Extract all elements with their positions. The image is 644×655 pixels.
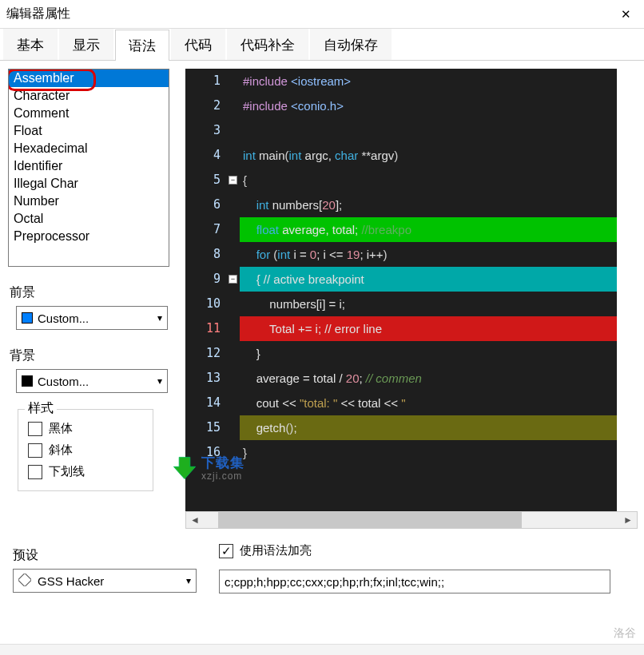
tabs-bar: 基本 显示 语法 代码 代码补全 自动保存	[0, 29, 644, 61]
list-item[interactable]: Preprocessor	[9, 228, 169, 245]
scroll-track[interactable]	[204, 512, 619, 528]
list-item[interactable]: Octal	[9, 210, 169, 228]
tab-basic[interactable]: 基本	[3, 29, 58, 60]
watermark-text: 洛谷	[614, 626, 636, 641]
chevron-down-icon: ▾	[157, 312, 162, 324]
color-swatch	[22, 375, 33, 387]
list-item[interactable]: Assembler	[9, 69, 169, 87]
bold-checkbox-row[interactable]: 黑体	[28, 418, 143, 439]
italic-checkbox-row[interactable]: 斜体	[28, 439, 143, 461]
preset-label: 预设	[13, 547, 208, 564]
bold-label: 黑体	[49, 421, 73, 436]
foreground-label: 前景	[10, 284, 176, 301]
tab-display[interactable]: 显示	[59, 29, 113, 60]
chevron-down-icon: ▾	[157, 375, 162, 387]
preset-value: GSS Hacker	[38, 574, 180, 588]
checkbox-icon[interactable]	[28, 465, 42, 479]
syntax-highlight-label: 使用语法加亮	[240, 543, 312, 558]
foreground-value: Custom...	[38, 312, 157, 325]
checkbox-icon[interactable]	[28, 422, 42, 436]
list-item[interactable]: Float	[9, 122, 169, 140]
background-value: Custom...	[38, 375, 157, 388]
footer-bar	[0, 644, 644, 655]
tab-completion[interactable]: 代码补全	[227, 29, 308, 60]
watermark-logo: 下载集 xzji.com	[171, 454, 244, 482]
checkbox-icon[interactable]	[219, 544, 233, 558]
foreground-combo[interactable]: Custom... ▾	[16, 306, 168, 330]
list-item[interactable]: Comment	[9, 105, 169, 122]
close-icon: ✕	[621, 7, 631, 22]
list-item[interactable]: Hexadecimal	[9, 140, 169, 157]
syntax-highlight-checkbox-row[interactable]: 使用语法加亮	[219, 543, 634, 558]
syntax-listbox[interactable]: Assembler Character Comment Float Hexade…	[8, 69, 169, 267]
underline-label: 下划线	[49, 464, 85, 479]
style-group-title: 样式	[25, 400, 57, 417]
background-combo[interactable]: Custom... ▾	[16, 369, 168, 393]
tab-code[interactable]: 代码	[171, 29, 225, 60]
preset-icon	[18, 574, 31, 589]
tab-syntax[interactable]: 语法	[115, 30, 169, 61]
logo-text-line2: xzji.com	[201, 470, 244, 482]
list-item[interactable]: Illegal Char	[9, 175, 169, 193]
scroll-thumb[interactable]	[218, 512, 522, 528]
style-group: 样式 黑体 斜体 下划线	[18, 409, 153, 491]
scroll-right-icon[interactable]: ►	[619, 514, 637, 526]
color-swatch	[22, 312, 33, 324]
italic-label: 斜体	[49, 443, 73, 458]
svg-rect-2	[18, 574, 31, 586]
list-item[interactable]: Identifier	[9, 157, 169, 175]
list-item[interactable]: Character	[9, 87, 169, 105]
close-button[interactable]: ✕	[607, 0, 644, 29]
titlebar: 编辑器属性 ✕	[0, 0, 644, 29]
checkbox-icon[interactable]	[28, 443, 42, 458]
window-title: 编辑器属性	[6, 6, 607, 22]
code-preview: 1#include <iostream>2#include <conio.h>3…	[185, 69, 617, 511]
logo-text-line1: 下载集	[201, 454, 244, 472]
background-label: 背景	[10, 347, 176, 364]
download-arrow-icon	[171, 455, 198, 482]
scroll-left-icon[interactable]: ◄	[186, 514, 204, 526]
chevron-down-icon: ▾	[186, 575, 191, 586]
list-item[interactable]: Number	[9, 193, 169, 210]
horizontal-scrollbar[interactable]: ◄ ►	[185, 511, 638, 529]
svg-marker-0	[173, 457, 195, 478]
preset-combo[interactable]: GSS Hacker ▾	[13, 569, 197, 593]
extensions-input[interactable]	[219, 570, 610, 593]
underline-checkbox-row[interactable]: 下划线	[28, 461, 143, 482]
tab-autosave[interactable]: 自动保存	[310, 29, 392, 60]
